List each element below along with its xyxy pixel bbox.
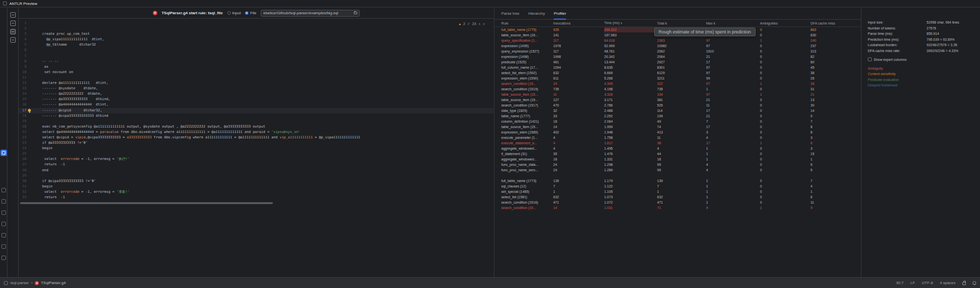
notifications-bell-icon[interactable] bbox=[973, 281, 976, 285]
file-encoding[interactable]: UTF-8 bbox=[922, 281, 933, 285]
code-line[interactable]: 30if @vipa333333333333 !='0' bbox=[19, 179, 493, 184]
profiler-table-row[interactable]: search_condition (15...244.30532297128 bbox=[494, 81, 861, 86]
code-line[interactable]: 3create proc up_com_test bbox=[19, 31, 493, 37]
code-line[interactable]: 25 bbox=[19, 151, 493, 157]
tool-window-button[interactable] bbox=[1, 210, 6, 215]
profiler-table-row[interactable]: search_condition (1519)7354.1587351031 bbox=[494, 86, 861, 92]
toolbar-button[interactable] bbox=[10, 12, 16, 18]
column-header[interactable]: Ambiguities bbox=[760, 21, 810, 26]
active-tool-window-button[interactable] bbox=[0, 150, 7, 156]
tool-windows-icon[interactable] bbox=[4, 281, 8, 285]
code-line[interactable]: 8-- -- -- bbox=[19, 59, 493, 64]
column-header[interactable]: Rule bbox=[501, 21, 553, 26]
code-line[interactable]: 6 bbox=[19, 48, 493, 53]
profiler-table-row[interactable]: func_proc_name_serv...241.28995405 bbox=[494, 167, 861, 173]
toolbar-button[interactable] bbox=[10, 37, 16, 43]
code-line[interactable]: 19 bbox=[19, 119, 493, 124]
code-line[interactable]: 2 bbox=[19, 26, 493, 31]
profiler-table-row[interactable]: expression_elem (1590)6115.266321199026 bbox=[494, 76, 861, 81]
tool-window-button[interactable] bbox=[1, 199, 6, 204]
profiler-table-row[interactable]: func_proc_name_data...241.29895405 bbox=[494, 162, 861, 167]
input-radio[interactable]: Input bbox=[227, 11, 241, 15]
profiler-table-row[interactable]: search_condition (15...141.03171919 bbox=[494, 205, 861, 210]
profiler-table-row[interactable]: search_condition (1516)4711.0724711011 bbox=[494, 200, 861, 205]
profiler-table-row[interactable]: full_column_name (17...10948.63583019704… bbox=[494, 65, 861, 70]
code-line[interactable]: 20exec nb_com_getsysconfig @a11111111111… bbox=[19, 124, 493, 130]
column-header[interactable]: Time (ms) ∨ bbox=[604, 20, 657, 26]
code-line[interactable]: 18------- @vipa333333333333 dtkind bbox=[19, 113, 493, 119]
profiler-table-row[interactable]: execute_parameter (1...41.75811403 bbox=[494, 135, 861, 140]
code-line[interactable]: 26 select errorcode = -1, errormsg = '执行… bbox=[19, 157, 493, 162]
code-area[interactable]: 123create proc up_com_test4 @p_vipa11111… bbox=[19, 21, 493, 203]
file-radio[interactable]: File bbox=[245, 11, 256, 15]
tool-window-button[interactable] bbox=[1, 244, 6, 249]
tab-hierarchy[interactable]: Hierarchy bbox=[528, 8, 545, 19]
profiler-table-row[interactable]: table_source_item (15...141.959741708 bbox=[494, 124, 861, 130]
tool-window-button[interactable] bbox=[1, 188, 6, 192]
code-line[interactable]: 14------- @a2222222222 dtdate, bbox=[19, 91, 493, 97]
browse-folder-icon[interactable] bbox=[354, 12, 357, 14]
code-line[interactable]: 21select @a4444444444444444 = paravalue … bbox=[19, 130, 493, 135]
cursor-position[interactable]: 30:7 bbox=[896, 281, 904, 285]
profiler-table-row[interactable]: search_condition (1517)4702.78652511030 bbox=[494, 103, 861, 108]
profiler-table-row[interactable]: expression (1495)197852.99910982970237 bbox=[494, 43, 861, 49]
profiler-table-row[interactable]: sql_clauses (12)71.1227104 bbox=[494, 183, 861, 189]
profiler-table-row[interactable]: aggregate_windowed...41.4954103 bbox=[494, 146, 861, 151]
tool-window-button[interactable] bbox=[1, 222, 6, 226]
profiler-table-row[interactable]: select_list_elem (1592)6326.669612997038 bbox=[494, 70, 861, 76]
show-expert-columns-checkbox[interactable]: Show expert columns bbox=[868, 57, 980, 61]
profiler-table-row[interactable]: if_statement (31)351.476441015 bbox=[494, 151, 861, 157]
profiler-table-row[interactable] bbox=[494, 173, 861, 178]
profiler-table-row[interactable]: execute_statement_a...41.617381716 bbox=[494, 140, 861, 146]
code-line[interactable]: 10 set nocount on bbox=[19, 70, 493, 75]
lock-icon[interactable] bbox=[962, 282, 966, 285]
column-header[interactable]: DFA cache miss bbox=[810, 21, 865, 26]
toolbar-button[interactable] bbox=[10, 29, 16, 34]
code-line[interactable]: 5 @p_tblname dtchar32 bbox=[19, 42, 493, 48]
profiler-table-row[interactable]: query_specification (1...11764.018208397… bbox=[494, 38, 861, 43]
code-line[interactable]: 1 bbox=[19, 21, 493, 26]
code-line[interactable]: 28end bbox=[19, 168, 493, 173]
profiler-table-row[interactable]: column_definition (1421)182.06449707 bbox=[494, 119, 861, 124]
profiler-table-row[interactable]: set_special (1485)11.1051101 bbox=[494, 189, 861, 194]
code-line[interactable]: 7 bbox=[19, 53, 493, 59]
code-line[interactable]: 15------- @a333333333333 dtkind, bbox=[19, 97, 493, 102]
intention-bulb-icon[interactable] bbox=[28, 109, 31, 112]
code-line[interactable]: 16------- @a44444444444444 dtint, bbox=[19, 102, 493, 107]
code-line[interactable]: 9 as bbox=[19, 64, 493, 70]
column-header[interactable]: Invocations bbox=[553, 21, 604, 26]
profiler-table-row[interactable]: predicate (1525)46113.444292717080 bbox=[494, 59, 861, 65]
code-line[interactable]: 31begin bbox=[19, 184, 493, 189]
column-header[interactable]: Total k bbox=[657, 21, 706, 26]
profiler-table-row[interactable]: select_list (1581)6321.073632106 bbox=[494, 194, 861, 200]
tool-window-button[interactable] bbox=[1, 256, 6, 260]
breadcrumb-file[interactable]: A TSqlParser.g4 bbox=[35, 281, 66, 285]
profiler-table-row[interactable]: expression_elem (1589)4021.948413308 bbox=[494, 130, 861, 135]
code-line[interactable]: 33 return -1 bbox=[19, 195, 493, 200]
code-line[interactable]: 12declare @a1111111111111 dtint, bbox=[19, 80, 493, 86]
code-line[interactable]: 24begin bbox=[19, 146, 493, 151]
code-line[interactable]: 11 bbox=[19, 75, 493, 80]
code-line[interactable]: 13------- @sysdate dtdate, bbox=[19, 86, 493, 91]
file-path-input[interactable]: ebelice/Github/tsql-parser/examples/big.… bbox=[261, 10, 360, 17]
code-line[interactable]: 17------- @vipid dtchar32, bbox=[19, 108, 493, 113]
toolbar-button[interactable] bbox=[10, 21, 16, 26]
code-line[interactable]: 27 return -1 bbox=[19, 162, 493, 167]
code-line[interactable]: 4 @p_vipa1111111111111 dtint, bbox=[19, 37, 493, 42]
line-separator[interactable]: LF bbox=[910, 281, 915, 285]
code-line[interactable]: 32 select errorcode = -1, errormsg = '准备… bbox=[19, 189, 493, 195]
breadcrumb-project[interactable]: tsql-parser bbox=[10, 281, 29, 285]
profiler-table-row[interactable]: query_expression (1527)11748.76120621910… bbox=[494, 49, 861, 54]
tab-profiler[interactable]: Profiler bbox=[554, 8, 566, 19]
code-line[interactable]: 22select @vipid = vipid,@vipa33333333333… bbox=[19, 135, 493, 140]
profiler-table-row[interactable]: table_source_item (15...1273.17138121013 bbox=[494, 97, 861, 103]
column-header[interactable]: Max k bbox=[706, 21, 760, 26]
code-line[interactable]: 23if @a33333333333 !='0' bbox=[19, 140, 493, 146]
profiler-table-row[interactable]: table_source_item (15...113.32633497121 bbox=[494, 92, 861, 97]
tool-window-button[interactable] bbox=[1, 233, 6, 237]
horizontal-scrollbar[interactable] bbox=[20, 202, 273, 204]
profiler-table-row[interactable]: aggregate_windowed...181.33118101 bbox=[494, 157, 861, 162]
indent-style[interactable]: 4 spaces bbox=[940, 281, 956, 285]
profiler-table-row[interactable]: table_name (1777)332.2521992109 bbox=[494, 113, 861, 119]
code-line[interactable]: 29 bbox=[19, 173, 493, 179]
